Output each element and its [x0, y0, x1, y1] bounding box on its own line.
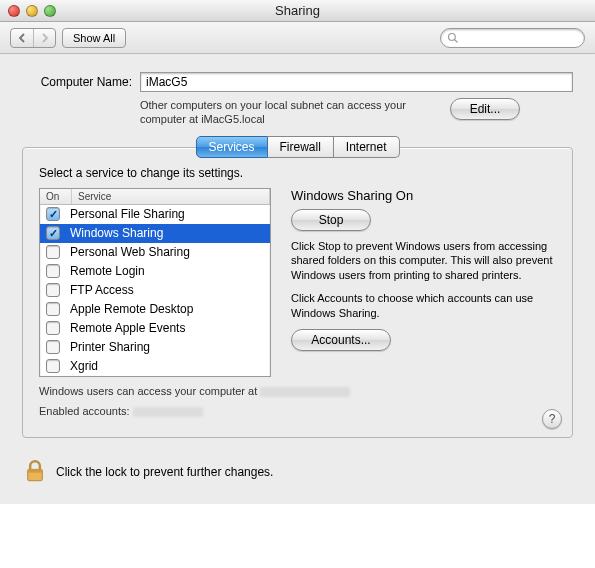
tab-firewall[interactable]: Firewall: [267, 136, 333, 158]
tab-internet[interactable]: Internet: [334, 136, 400, 158]
toolbar: Show All: [0, 22, 595, 54]
service-label: Windows Sharing: [70, 226, 163, 240]
service-checkbox[interactable]: [46, 245, 60, 259]
chevron-right-icon: [40, 33, 50, 43]
services-list[interactable]: On Service Personal File SharingWindows …: [39, 188, 271, 377]
tab-group: Services Firewall Internet: [195, 136, 399, 158]
forward-button[interactable]: [33, 29, 55, 47]
service-checkbox[interactable]: [46, 321, 60, 335]
lock-text: Click the lock to prevent further change…: [56, 465, 273, 479]
computer-name-row: Computer Name:: [22, 72, 573, 92]
services-groupbox: Services Firewall Internet Select a serv…: [22, 147, 573, 438]
detail-desc-2: Click Accounts to choose which accounts …: [291, 291, 556, 321]
titlebar: Sharing: [0, 0, 595, 22]
service-checkbox[interactable]: [46, 359, 60, 373]
svg-point-0: [449, 33, 456, 40]
service-row[interactable]: Windows Sharing: [40, 224, 270, 243]
redacted-accounts: [133, 407, 203, 417]
back-button[interactable]: [11, 29, 33, 47]
computer-name-hint-row: Other computers on your local subnet can…: [140, 98, 573, 127]
nav-group: [10, 28, 56, 48]
service-checkbox[interactable]: [46, 302, 60, 316]
chevron-left-icon: [17, 33, 27, 43]
service-label: Xgrid: [70, 359, 98, 373]
edit-button[interactable]: Edit...: [450, 98, 520, 120]
service-label: Apple Remote Desktop: [70, 302, 193, 316]
detail-desc-1: Click Stop to prevent Windows users from…: [291, 239, 556, 284]
computer-name-label: Computer Name:: [22, 75, 132, 89]
detail-title: Windows Sharing On: [291, 188, 556, 203]
lock-row: Click the lock to prevent further change…: [0, 444, 595, 504]
service-checkbox[interactable]: [46, 283, 60, 297]
content: Computer Name: Other computers on your l…: [0, 54, 595, 444]
service-row[interactable]: Xgrid: [40, 357, 270, 376]
service-label: Personal Web Sharing: [70, 245, 190, 259]
services-prompt: Select a service to change its settings.: [39, 166, 556, 180]
col-header-service[interactable]: Service: [72, 189, 270, 204]
svg-rect-3: [28, 469, 43, 472]
service-checkbox[interactable]: [46, 340, 60, 354]
service-checkbox[interactable]: [46, 264, 60, 278]
stop-button[interactable]: Stop: [291, 209, 371, 231]
service-row[interactable]: Printer Sharing: [40, 338, 270, 357]
service-label: FTP Access: [70, 283, 134, 297]
service-detail: Windows Sharing On Stop Click Stop to pr…: [291, 188, 556, 377]
search-icon: [447, 32, 459, 44]
redacted-address: [260, 387, 350, 397]
service-row[interactable]: Remote Login: [40, 262, 270, 281]
col-header-on[interactable]: On: [40, 189, 72, 204]
list-header: On Service: [40, 189, 270, 205]
search-input[interactable]: [440, 28, 585, 48]
svg-line-1: [455, 39, 458, 42]
service-label: Printer Sharing: [70, 340, 150, 354]
service-checkbox[interactable]: [46, 226, 60, 240]
service-label: Remote Apple Events: [70, 321, 185, 335]
lock-icon[interactable]: [22, 458, 48, 486]
computer-name-field[interactable]: [140, 72, 573, 92]
service-label: Personal File Sharing: [70, 207, 185, 221]
tab-services[interactable]: Services: [195, 136, 267, 158]
footer-access-line: Windows users can access your computer a…: [39, 385, 556, 397]
service-row[interactable]: FTP Access: [40, 281, 270, 300]
computer-name-hint: Other computers on your local subnet can…: [140, 98, 440, 127]
show-all-button[interactable]: Show All: [62, 28, 126, 48]
accounts-button[interactable]: Accounts...: [291, 329, 391, 351]
service-row[interactable]: Personal Web Sharing: [40, 243, 270, 262]
service-row[interactable]: Personal File Sharing: [40, 205, 270, 224]
window-title: Sharing: [0, 3, 595, 18]
service-row[interactable]: Remote Apple Events: [40, 319, 270, 338]
service-label: Remote Login: [70, 264, 145, 278]
footer-accounts-line: Enabled accounts:: [39, 405, 556, 417]
service-row[interactable]: Apple Remote Desktop: [40, 300, 270, 319]
help-button[interactable]: ?: [542, 409, 562, 429]
service-checkbox[interactable]: [46, 207, 60, 221]
